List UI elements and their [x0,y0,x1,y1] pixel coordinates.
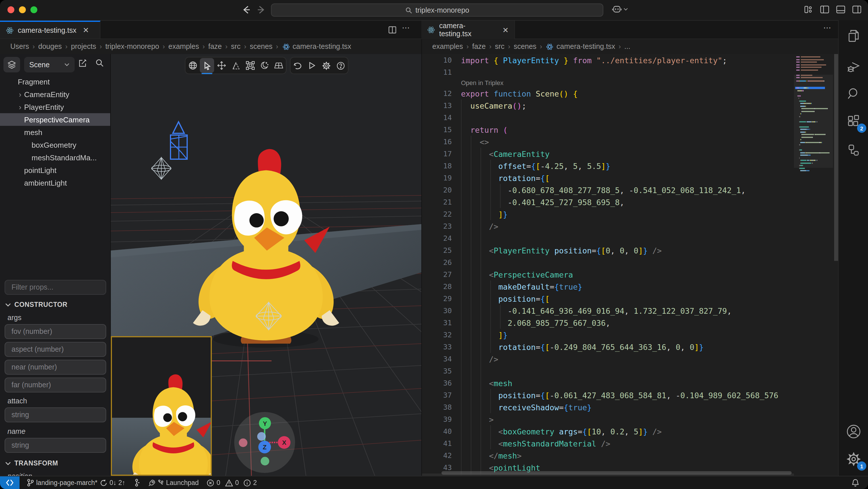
code-line-33[interactable]: 33 rotation={[-0.249_804_765_644_363_16,… [422,341,794,353]
settings-gear-icon[interactable]: 1 [844,450,863,468]
code-line-29[interactable]: 29 position={[ [422,292,794,305]
code-line-36[interactable]: 36 <mesh [422,377,794,389]
code-line-12[interactable]: 12export function Scene() { [422,87,794,99]
point-light-helper[interactable] [254,301,283,331]
minimap[interactable] [794,54,833,476]
scale-tool[interactable] [243,58,257,73]
code-line-39[interactable]: 39 > [422,413,794,425]
tab-camera-testing-left[interactable]: camera-testing.tsx ✕ [0,21,100,38]
gizmo-axis-z[interactable]: Z [258,441,271,453]
settings-button[interactable] [319,58,334,73]
tree-item-boxgeometry[interactable]: boxGeometry [0,139,111,151]
toggle-right-panel-icon[interactable] [852,5,862,14]
traffic-light-close[interactable] [7,6,14,13]
code-line-28[interactable]: 28 makeDefault={true} [422,280,794,292]
globe-tool[interactable] [185,58,200,73]
gizmo-axis-neg-y[interactable] [260,457,269,465]
breadcrumb-item[interactable]: faze [207,42,223,51]
tree-item-playerentity[interactable]: ›PlayerEntity [0,100,111,113]
close-icon[interactable]: ✕ [502,26,508,34]
breadcrumb-item[interactable]: projects [70,42,97,51]
prop-input-fov[interactable]: fov (number) [5,324,106,339]
gizmo-axis-x[interactable]: X [278,436,290,449]
prop-input-aspect[interactable]: aspect (number) [5,342,106,357]
edit-icon[interactable] [78,59,87,68]
code-line-17[interactable]: 17 <CameraEntity [422,148,794,160]
prop-input-name[interactable]: string [5,438,106,453]
run-debug-icon[interactable] [844,58,863,77]
code-line-25[interactable]: 25 <PlayerEntity position={[0, 0, 0]} /> [422,244,794,256]
code-editor[interactable]: 10import { PlayerEntity } from "../entit… [422,54,838,476]
breadcrumb-item[interactable]: faze [471,42,487,51]
tab-camera-testing-right[interactable]: camera-testing.tsx ✕ [422,21,515,39]
lighting-tool[interactable] [257,58,272,73]
code-line-11[interactable]: 11 [422,66,794,78]
launchpad-status[interactable]: Launchpad [144,477,203,489]
code-line-22[interactable]: 22 ]} [422,208,794,220]
extensions-icon[interactable]: 2 [844,112,863,131]
horizontal-scrollbar[interactable] [441,471,792,474]
code-line-13[interactable]: 13 useCamera(); [422,99,794,112]
breadcrumb-item[interactable]: ... [623,42,631,51]
prop-input-attach[interactable]: string [5,407,106,422]
back-arrow-icon[interactable] [241,5,251,15]
commit-graph-icon[interactable] [129,477,144,489]
split-editor-icon[interactable] [388,26,397,34]
undo-button[interactable] [290,58,305,73]
code-line-40[interactable]: 40 <boxGeometry args={[10, 0.2, 5]} /> [422,425,794,437]
code-line-19[interactable]: 19 rotation={[ [422,172,794,184]
bell-icon[interactable] [847,477,863,489]
code-line-18[interactable]: 18 offset={[-4.25, 5, 5.5]} [422,160,794,172]
assistant-icon[interactable] [612,5,628,14]
breadcrumb-item[interactable]: Users [9,42,30,51]
grid-tool[interactable] [272,58,286,73]
gizmo-axis-neg-z[interactable] [257,432,266,441]
code-line-34[interactable]: 34 /> [422,353,794,365]
breadcrumb-item[interactable]: triplex-monorepo [104,42,160,51]
code-line-16[interactable]: 16 <> [422,136,794,148]
code-lens[interactable]: Open in Triplex [422,78,794,87]
tree-item-meshstandardma[interactable]: meshStandardMa... [0,151,111,164]
chevron-right-icon[interactable]: › [16,90,24,98]
code-line-23[interactable]: 23 /> [422,220,794,232]
toggle-bottom-panel-icon[interactable] [836,5,846,14]
more-actions-icon[interactable]: ⋯ [402,23,410,32]
toggle-left-panel-icon[interactable] [820,5,830,14]
help-button[interactable] [334,58,348,73]
breadcrumb-item[interactable]: scenes [513,42,538,51]
code-line-42[interactable]: 42 </mesh> [422,449,794,461]
tree-item-perspectivecamera[interactable]: PerspectiveCamera [0,113,111,126]
code-line-27[interactable]: 27 <PerspectiveCamera [422,268,794,280]
search-icon[interactable] [95,59,104,67]
tree-item-ambientlight[interactable]: ambientLight [0,176,111,189]
breadcrumb-item[interactable]: src [494,42,505,51]
gizmo-axis-neg-x[interactable] [239,438,247,447]
layout-customize-icon[interactable] [804,5,813,14]
tree-item-pointlight[interactable]: pointLight [0,164,111,176]
layers-icon[interactable] [3,57,20,73]
tree-item-mesh[interactable]: mesh [0,126,111,139]
code-line-32[interactable]: 32 ]} [422,329,794,341]
vertical-scrollbar[interactable] [834,54,838,261]
traffic-light-zoom[interactable] [30,6,37,13]
breadcrumb-item[interactable]: src [230,42,242,51]
rotate-tool[interactable] [228,58,243,73]
viewport-3d[interactable]: Y X Z [111,54,422,476]
code-line-10[interactable]: 10import { PlayerEntity } from "../entit… [422,54,794,66]
account-icon[interactable] [844,422,863,441]
problems-status[interactable]: 0 0 2 [203,477,260,489]
forward-arrow-icon[interactable] [256,5,267,15]
filter-props-input[interactable]: Filter props... [5,280,106,295]
select-tool[interactable] [200,58,214,73]
more-actions-icon[interactable]: ⋯ [823,23,831,32]
tree-item-fragment[interactable]: Fragment [0,75,111,88]
breadcrumb-item[interactable]: examples [431,42,464,51]
code-line-20[interactable]: 20 -0.680_678_408_277_788_5, -0.541_052_… [422,184,794,196]
play-button[interactable] [305,58,319,73]
traffic-light-minimize[interactable] [19,6,26,13]
point-light-helper[interactable] [150,156,173,180]
code-line-37[interactable]: 37 position={[-0.061_427_483_068_584_81,… [422,389,794,401]
hierarchy-icon[interactable] [844,141,863,159]
files-icon[interactable] [844,27,863,46]
code-lens-label[interactable]: Open in Triplex [422,79,503,86]
